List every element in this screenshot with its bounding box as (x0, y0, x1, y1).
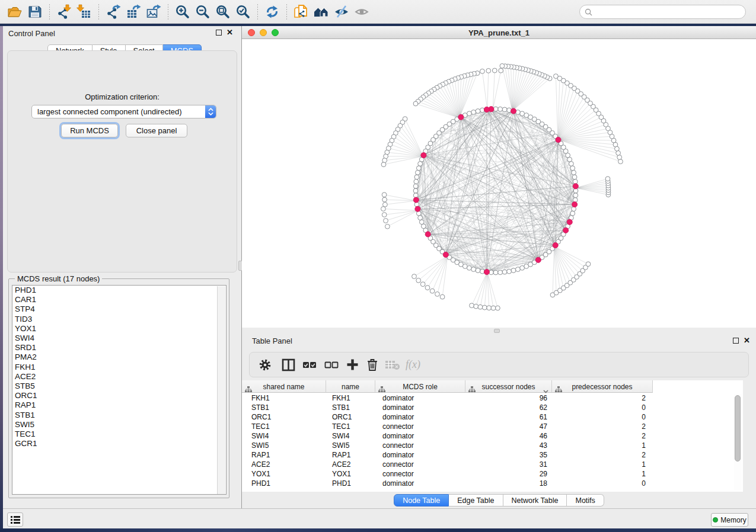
network-leaf-node[interactable] (474, 304, 479, 309)
table-cell[interactable]: 35 (465, 450, 552, 460)
mcds-result-item[interactable]: CAR1 (12, 295, 226, 305)
criterion-select[interactable]: largest connected component (undirected) (31, 105, 216, 118)
select-all-checks-icon[interactable] (302, 358, 317, 371)
network-mcds-hub-node[interactable] (563, 227, 569, 233)
network-mcds-hub-node[interactable] (572, 202, 578, 207)
network-node[interactable] (413, 193, 418, 198)
home-icon[interactable] (312, 3, 330, 21)
network-node[interactable] (572, 175, 577, 180)
mcds-result-item[interactable]: STB1 (12, 411, 226, 420)
network-node[interactable] (507, 269, 512, 274)
table-cell[interactable]: 1 (552, 460, 653, 469)
network-mcds-hub-node[interactable] (553, 242, 558, 248)
column-header-predecessor-nodes[interactable]: predecessor nodes (552, 380, 653, 393)
network-mcds-hub-node[interactable] (535, 257, 541, 262)
table-cell[interactable]: connector (375, 469, 465, 479)
network-leaf-node[interactable] (486, 69, 491, 73)
mcds-result-item[interactable]: TID3 (12, 315, 226, 324)
table-cell[interactable]: 31 (465, 460, 552, 469)
mcds-result-item[interactable]: SRD1 (12, 343, 226, 352)
network-leaf-node[interactable] (440, 294, 445, 299)
save-icon[interactable] (26, 3, 44, 21)
network-leaf-node[interactable] (384, 219, 388, 223)
network-leaf-node[interactable] (383, 202, 388, 207)
table-row[interactable]: SWI5SWI5connector431 (242, 441, 653, 450)
float-panel-icon[interactable] (216, 30, 222, 36)
network-leaf-node[interactable] (412, 274, 417, 279)
memory-button[interactable]: Memory (711, 513, 748, 527)
network-leaf-node[interactable] (496, 306, 500, 310)
export-table-icon[interactable] (125, 3, 142, 21)
import-table-icon[interactable] (75, 3, 93, 21)
network-node[interactable] (418, 216, 423, 220)
table-cell[interactable]: ORC1 (242, 412, 326, 422)
run-mcds-button[interactable]: Run MCDS (61, 124, 118, 137)
network-leaf-node[interactable] (616, 150, 621, 155)
task-history-button[interactable] (7, 512, 23, 527)
close-panel-icon[interactable]: ✕ (227, 30, 233, 36)
table-cell[interactable]: RAP1 (242, 450, 326, 460)
network-node[interactable] (476, 268, 480, 273)
trash-icon[interactable] (366, 358, 378, 371)
network-leaf-node[interactable] (618, 159, 623, 164)
horizontal-splitter-grip[interactable] (494, 329, 500, 333)
network-canvas[interactable] (242, 39, 756, 328)
network-node[interactable] (418, 162, 423, 166)
table-cell[interactable]: SWI5 (242, 441, 326, 450)
network-node[interactable] (502, 107, 507, 112)
table-cell[interactable]: 46 (465, 431, 552, 441)
network-leaf-node[interactable] (491, 306, 496, 310)
mcds-result-item[interactable]: GCR1 (12, 439, 226, 448)
table-row[interactable]: PHD1PHD1dominator180 (242, 479, 653, 488)
network-node[interactable] (498, 107, 503, 111)
table-cell[interactable]: YOX1 (326, 469, 375, 479)
mcds-result-item[interactable]: TEC1 (12, 430, 226, 439)
mcds-result-item[interactable]: FKH1 (12, 363, 226, 372)
column-header-MCDS-role[interactable]: MCDS role (375, 380, 465, 393)
clone-network-icon[interactable] (292, 3, 310, 21)
close-panel-button[interactable]: Close panel (126, 124, 187, 137)
network-leaf-node[interactable] (381, 207, 386, 211)
table-cell[interactable]: 1 (552, 469, 653, 479)
table-cell[interactable]: 18 (465, 479, 552, 488)
table-row[interactable]: FKH1FKH1dominator962 (242, 393, 653, 403)
table-cell[interactable]: SWI4 (242, 431, 326, 441)
table-scrollbar-thumb[interactable] (735, 395, 741, 462)
column-header-successor-nodes[interactable]: successor nodes (465, 380, 552, 393)
table-cell[interactable]: connector (375, 460, 465, 469)
mcds-result-item[interactable]: PHD1 (12, 286, 226, 295)
table-cell[interactable]: 2 (552, 393, 653, 403)
table-cell[interactable]: 2 (552, 431, 653, 441)
table-cell[interactable]: FKH1 (242, 393, 326, 403)
table-cell[interactable]: RAP1 (326, 450, 375, 460)
network-node[interactable] (416, 166, 421, 171)
network-node[interactable] (569, 162, 574, 166)
table-cell[interactable]: dominator (375, 412, 465, 422)
network-leaf-node[interactable] (480, 69, 485, 73)
tab-node-table[interactable]: Node Table (394, 494, 449, 507)
network-node[interactable] (573, 193, 578, 198)
table-cell[interactable]: ACE2 (242, 460, 326, 469)
network-leaf-node[interactable] (500, 63, 505, 68)
mcds-result-item[interactable]: STB5 (12, 382, 226, 391)
network-leaf-node[interactable] (425, 286, 430, 290)
network-leaf-node[interactable] (605, 177, 610, 181)
search-input[interactable] (595, 6, 745, 18)
network-mcds-hub-node[interactable] (415, 206, 420, 211)
import-network-icon[interactable] (55, 3, 73, 21)
network-mcds-hub-node[interactable] (573, 184, 578, 189)
tab-edge-table[interactable]: Edge Table (449, 494, 503, 507)
table-cell[interactable]: TEC1 (326, 422, 375, 431)
network-leaf-node[interactable] (382, 213, 387, 217)
network-leaf-node[interactable] (381, 162, 386, 167)
network-mcds-hub-node[interactable] (421, 153, 426, 158)
table-cell[interactable]: SWI4 (326, 431, 375, 441)
network-mcds-hub-node[interactable] (556, 137, 561, 142)
network-leaf-node[interactable] (435, 292, 440, 297)
network-node[interactable] (414, 180, 419, 184)
network-leaf-node[interactable] (385, 224, 390, 229)
network-node[interactable] (572, 207, 576, 211)
table-cell[interactable]: ORC1 (326, 412, 375, 422)
mcds-result-item[interactable]: STP4 (12, 305, 226, 314)
network-node[interactable] (570, 211, 575, 216)
